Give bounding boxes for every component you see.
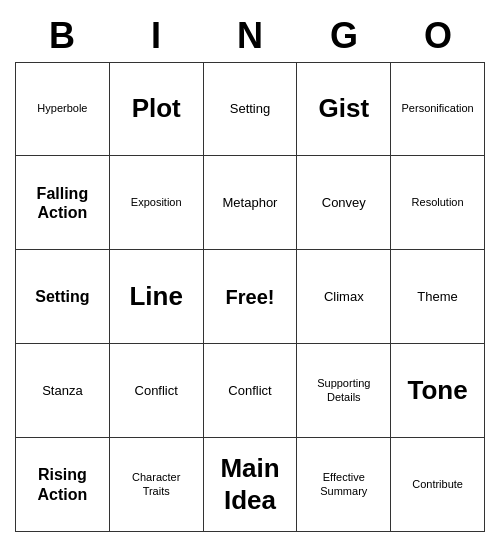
cell-r1-c1[interactable]: Exposition (110, 156, 204, 250)
cell-r2-c4[interactable]: Theme (391, 250, 485, 344)
cell-r1-c0[interactable]: FallingAction (16, 156, 110, 250)
cell-r3-c0[interactable]: Stanza (16, 344, 110, 438)
cell-label: Theme (417, 289, 457, 305)
cell-label: FallingAction (37, 184, 89, 222)
cell-label: Plot (132, 93, 181, 124)
cell-r0-c2[interactable]: Setting (204, 63, 298, 157)
bingo-letter: G (297, 12, 391, 60)
cell-label: Conflict (135, 383, 178, 399)
cell-label: EffectiveSummary (320, 471, 367, 497)
cell-label: Free! (226, 285, 275, 309)
cell-label: Convey (322, 195, 366, 211)
cell-r0-c4[interactable]: Personification (391, 63, 485, 157)
cell-r4-c2[interactable]: MainIdea (204, 438, 298, 532)
cell-r1-c4[interactable]: Resolution (391, 156, 485, 250)
cell-r3-c1[interactable]: Conflict (110, 344, 204, 438)
bingo-letter: I (109, 12, 203, 60)
bingo-header: BINGO (15, 12, 485, 60)
cell-r0-c3[interactable]: Gist (297, 63, 391, 157)
cell-r4-c3[interactable]: EffectiveSummary (297, 438, 391, 532)
cell-label: RisingAction (38, 465, 88, 503)
cell-r4-c1[interactable]: CharacterTraits (110, 438, 204, 532)
cell-label: Contribute (412, 478, 463, 491)
cell-label: Exposition (131, 196, 182, 209)
cell-label: Setting (35, 287, 89, 306)
cell-r3-c2[interactable]: Conflict (204, 344, 298, 438)
bingo-grid: HyperbolePlotSettingGistPersonificationF… (15, 62, 485, 532)
cell-label: Resolution (412, 196, 464, 209)
cell-r2-c3[interactable]: Climax (297, 250, 391, 344)
cell-r0-c0[interactable]: Hyperbole (16, 63, 110, 157)
cell-label: MainIdea (220, 453, 279, 515)
cell-r4-c0[interactable]: RisingAction (16, 438, 110, 532)
cell-label: Conflict (228, 383, 271, 399)
cell-r2-c1[interactable]: Line (110, 250, 204, 344)
bingo-letter: O (391, 12, 485, 60)
cell-r4-c4[interactable]: Contribute (391, 438, 485, 532)
cell-label: Tone (408, 375, 468, 406)
bingo-letter: B (15, 12, 109, 60)
cell-r3-c3[interactable]: SupportingDetails (297, 344, 391, 438)
cell-label: Stanza (42, 383, 82, 399)
bingo-letter: N (203, 12, 297, 60)
cell-label: Setting (230, 101, 270, 117)
cell-label: Hyperbole (37, 102, 87, 115)
bingo-card: BINGO HyperbolePlotSettingGistPersonific… (15, 12, 485, 532)
cell-r2-c0[interactable]: Setting (16, 250, 110, 344)
cell-label: Line (129, 281, 182, 312)
cell-label: Climax (324, 289, 364, 305)
cell-r0-c1[interactable]: Plot (110, 63, 204, 157)
cell-r3-c4[interactable]: Tone (391, 344, 485, 438)
cell-label: Personification (402, 102, 474, 115)
cell-label: SupportingDetails (317, 377, 370, 403)
cell-label: Metaphor (223, 195, 278, 211)
cell-r2-c2[interactable]: Free! (204, 250, 298, 344)
cell-label: CharacterTraits (132, 471, 180, 497)
cell-label: Gist (319, 93, 370, 124)
cell-r1-c2[interactable]: Metaphor (204, 156, 298, 250)
cell-r1-c3[interactable]: Convey (297, 156, 391, 250)
